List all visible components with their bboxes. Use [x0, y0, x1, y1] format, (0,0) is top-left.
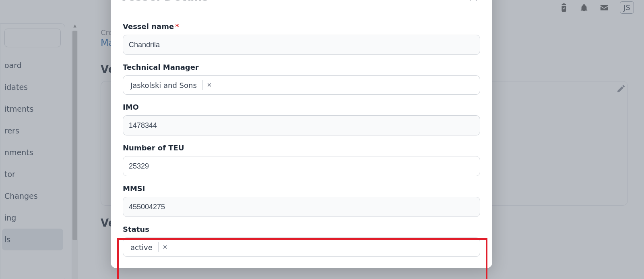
vessel-details-modal: Vessel Details Vessel name* Technical Ma… [111, 0, 492, 268]
status-tag: active [126, 241, 157, 254]
clear-technical-manager-icon[interactable]: ✕ [204, 80, 215, 90]
modal-title: Vessel Details [120, 0, 208, 3]
required-asterisk: * [175, 22, 179, 31]
teu-label: Number of TEU [123, 144, 480, 152]
technical-manager-select[interactable]: Jaskolski and Sons ✕ [123, 75, 480, 95]
teu-input[interactable] [123, 156, 480, 176]
status-label: Status [123, 225, 480, 233]
close-icon[interactable] [468, 0, 479, 2]
imo-label: IMO [123, 103, 480, 111]
vessel-name-label: Vessel name* [123, 22, 480, 31]
divider [202, 80, 203, 90]
vessel-name-input[interactable] [123, 35, 480, 55]
technical-manager-tag: Jaskolski and Sons [126, 79, 201, 92]
technical-manager-label: Technical Manager [123, 63, 480, 71]
divider [158, 242, 159, 252]
mmsi-label: MMSI [123, 184, 480, 193]
mmsi-input[interactable] [123, 197, 480, 217]
clear-status-icon[interactable]: ✕ [160, 242, 170, 252]
status-select[interactable]: active ✕ [123, 237, 480, 257]
imo-input[interactable] [123, 115, 480, 135]
